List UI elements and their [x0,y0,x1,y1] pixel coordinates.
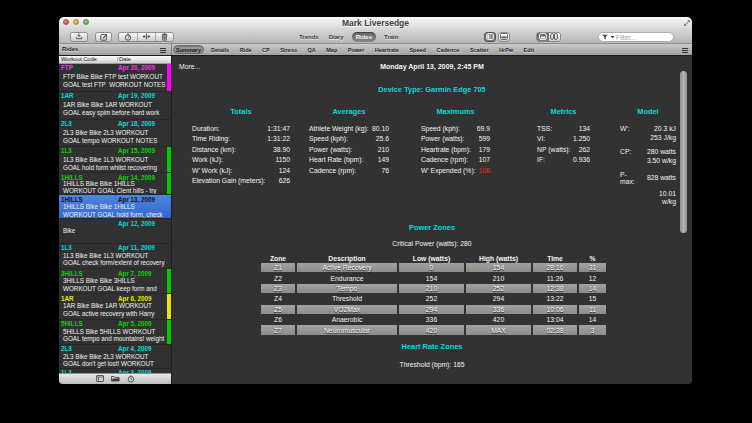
col-workout-code: Workout Code [61,56,97,64]
metric-row: Cadence (rpm):107 [421,156,490,167]
ride-tab-heartrate[interactable]: Heartrate [375,47,399,53]
zone-cell: 15 [579,294,606,303]
tabbed-view-button[interactable] [537,33,549,42]
zones-header-row: ZoneDescriptionLow (watts)High (watts)Ti… [261,255,606,262]
tabbar-menu-icon[interactable] [682,48,688,53]
ride-item[interactable]: 2L3Apr 4, 20092L3 Bike Bike 2L3 WORKOUTG… [59,345,171,369]
views-bar: Rides SummaryDetailsRideCPStressQAMapPow… [59,44,692,56]
ride-item[interactable]: 1HILLSApr 13, 20091HILLS Bike Bike 1HILL… [59,195,171,219]
zone-cell: VO2Max [297,305,397,314]
ride-item[interactable]: 1L3Apr 11, 20091L3 Bike Bike 1L3 WORKOUT… [59,244,171,270]
summary-panel-icon[interactable] [96,375,104,382]
zone-cell: 13:04 [533,315,577,324]
metric-value: 179 [479,146,490,153]
view-tab-rides[interactable]: Rides [352,32,376,42]
zone-cell: 02:38 [533,325,577,334]
zone-cell: 154 [466,263,531,272]
delete-ride-button[interactable] [155,33,173,41]
split-ride-button[interactable] [137,33,155,41]
zone-row: Z1Active Recovery015428:1631 [261,263,606,272]
metric-label: Speed (kph): [309,135,348,142]
metric-row: Heart Rate (bpm):149 [309,156,389,167]
zone-cell: 420 [466,315,531,324]
ride-item[interactable]: 3HILLSApr 7, 20093HILLS Bike Bike 3HILLS… [59,269,171,294]
vertical-scrollbar[interactable] [680,71,687,233]
sidebar-icon [486,33,494,40]
metric-label: Elevation Gain (meters): [192,177,265,184]
ride-tab-cadence[interactable]: Cadence [436,47,459,53]
metric-label: W' Expended (%): [421,167,476,174]
tiled-view-button[interactable] [549,33,561,42]
summary-section-model: ModelW':20.3 kJ253 J/kgCP:280 watts3.50 … [620,107,676,207]
folder-icon[interactable] [111,375,120,382]
toggle-lowbar-button[interactable] [498,32,510,43]
ride-tab-scatter[interactable]: Scatter [470,47,489,53]
ride-item[interactable]: 2L3Apr 18, 20092L3 Bike Bike 2L3 WORKOUT… [59,120,171,147]
ride-desc-line1: 5HILLS Bike 5HILLS WORKOUT [63,328,166,336]
ride-tab-power[interactable]: Power [348,47,365,53]
import-ride-button[interactable] [70,32,88,42]
sidebar-menu-icon[interactable] [160,48,166,53]
ride-code: 2L3 [61,120,72,128]
filter-field[interactable]: Filter... [598,32,674,42]
manual-entry-button[interactable] [95,32,112,42]
zone-cell: 154 [399,273,464,282]
zone-cell: 210 [399,284,464,293]
clock-icon[interactable] [127,375,135,383]
metric-row: Speed (kph):69.9 [421,125,490,136]
zone-cell: Z4 [261,294,295,303]
view-tab-train[interactable]: Train [382,32,400,42]
ride-item[interactable]: FTPApr 20, 2009FTP Bike Bike FTP test WO… [59,64,171,92]
zone-row: Z6Anaerobic33642013:0414 [261,315,606,324]
metric-value: 38.90 [273,146,290,153]
ride-tab-ride[interactable]: Ride [240,47,252,53]
tiled-view-icon [550,33,558,40]
stopwatch-button[interactable] [119,33,137,41]
ride-sidebar: Workout Code Date FTPApr 20, 2009FTP Bik… [59,56,172,384]
ride-list-header[interactable]: Workout Code Date [59,56,171,64]
ride-desc-line2: GOAL tempo and mountains! weight [63,335,166,343]
ride-tab-cp[interactable]: CP [262,47,270,53]
ride-tab-edit[interactable]: Edit [524,47,534,53]
zone-cell: 0 [399,263,464,272]
metric-label: Heartrate (bpm): [421,146,471,153]
funnel-icon [602,34,608,40]
zone-cell: Neuromuscular [297,325,397,334]
metric-row: 10.01 w/kg [620,190,676,206]
view-tab-trends[interactable]: Trends [297,32,321,42]
toggle-sidebar-button[interactable] [484,32,496,43]
title-bar[interactable]: Mark Liversedge [59,17,692,28]
ride-item[interactable]: 1HILLSApr 14, 20091HILLS Bike Bike 1HILL… [59,173,171,195]
ride-tab-map[interactable]: Map [326,47,337,53]
zones-col-header: High (watts) [466,255,531,262]
metric-row: Distance (km):38.90 [192,146,290,157]
metric-label: Power (watts): [309,146,352,153]
ride-color-bar [167,147,171,173]
metric-label: Speed (kph): [421,125,460,132]
ride-tab-qa[interactable]: QA [308,47,316,53]
ride-item[interactable]: 5HILLSApr 5, 20095HILLS Bike 5HILLS WORK… [59,320,171,345]
ride-desc-line2: GOAL active recovery with Harry [63,310,166,318]
metric-row: Athlete Weight (kg):80.10 [309,125,389,136]
ride-item[interactable]: 1ARApr 6, 20091AR Bike Bike 1AR WORKOUTG… [59,294,171,320]
metric-row: 3.50 w/kg [620,157,676,166]
ride-desc-line1: 1L3 Bike Bike 1L3 WORKOUT [63,252,166,260]
ride-date: Apr 19, 2009 [118,92,155,100]
ride-item[interactable]: 1ARApr 19, 20091AR Bike Bike 1AR WORKOUT… [59,92,171,120]
ride-tab-speed[interactable]: Speed [409,47,426,53]
zone-cell: 13:22 [533,294,577,303]
ride-tab-details[interactable]: Details [211,47,229,53]
zones-col-header: Description [297,255,397,262]
ride-tab-stress[interactable]: Stress [280,47,297,53]
ride-code: 1AR [61,92,74,100]
ride-item[interactable]: Apr 12, 2009Bike [59,219,171,244]
view-tab-diary[interactable]: Diary [327,32,346,42]
zone-cell: Active Recovery [297,263,397,272]
ride-tab-summary[interactable]: Summary [173,45,204,54]
section-title: Totals [192,107,290,116]
zone-cell: 31 [579,263,606,272]
fullscreen-icon[interactable] [683,19,691,27]
ride-item[interactable]: 1L3Apr 15, 20091L3 Bike Bike 1L3 WORKOUT… [59,147,171,174]
ride-desc-line2: GOAL don't get lost! WORKOUT [63,360,166,368]
ride-tab-hrpw[interactable]: HrPw [499,47,513,53]
